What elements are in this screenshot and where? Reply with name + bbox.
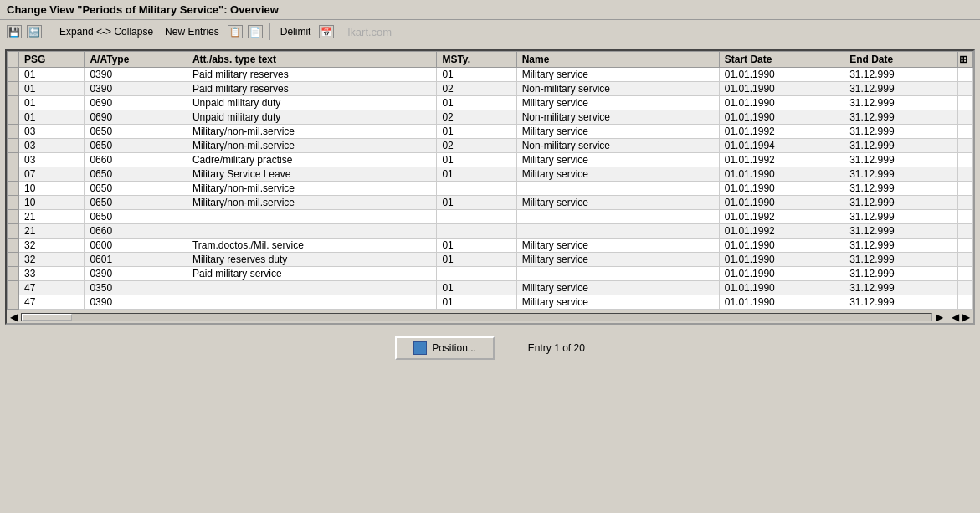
cell-name: Military service bbox=[516, 295, 719, 310]
cell-start: 01.01.1990 bbox=[719, 82, 844, 96]
cell-end: 31.12.999 bbox=[844, 96, 958, 110]
col-name: Name bbox=[516, 52, 719, 68]
cell-start: 01.01.1990 bbox=[719, 110, 844, 125]
row-selector[interactable] bbox=[8, 182, 19, 196]
row-selector[interactable] bbox=[8, 210, 19, 224]
cell-psg: 10 bbox=[19, 196, 85, 210]
cell-start: 01.01.1990 bbox=[719, 253, 844, 267]
cell-att-text: Military Service Leave bbox=[187, 167, 436, 182]
main-area: PSG A/AType Att./abs. type text MSTy. Na… bbox=[0, 44, 980, 372]
vscroll-left-icon[interactable]: ◀ bbox=[952, 311, 959, 323]
vscroll-right-icon[interactable]: ▶ bbox=[962, 311, 970, 323]
row-selector[interactable] bbox=[8, 139, 19, 153]
row-selector[interactable] bbox=[8, 167, 19, 182]
cell-end: 31.12.999 bbox=[844, 281, 958, 295]
cell-extra bbox=[958, 82, 973, 96]
back-icon[interactable]: 🔙 bbox=[27, 25, 42, 38]
row-selector[interactable] bbox=[8, 68, 19, 82]
table-row: 21065001.01.199231.12.999 bbox=[8, 210, 973, 224]
scroll-right-icon[interactable]: ▶ bbox=[936, 311, 943, 323]
hscroll[interactable]: ◀ ▶ ◀ ▶ bbox=[7, 310, 973, 323]
row-selector[interactable] bbox=[8, 82, 19, 96]
position-button[interactable]: Position... bbox=[395, 336, 495, 360]
new-entries-button[interactable]: New Entries bbox=[162, 25, 223, 38]
row-selector[interactable] bbox=[8, 96, 19, 110]
cell-msty: 01 bbox=[437, 295, 516, 310]
cell-start: 01.01.1990 bbox=[719, 167, 844, 182]
toolbar: 💾 🔙 Expand <-> Collapse New Entries 📋 📄 … bbox=[0, 20, 980, 44]
cell-extra bbox=[958, 125, 973, 139]
table-row: 47035001Military service01.01.199031.12.… bbox=[8, 281, 973, 295]
cell-name: Military service bbox=[516, 196, 719, 210]
table-row: 010390Paid military reserves01Military s… bbox=[8, 68, 973, 82]
row-selector[interactable] bbox=[8, 295, 19, 310]
row-selector[interactable] bbox=[8, 253, 19, 267]
title-bar: Change View "Periods of Military Service… bbox=[0, 0, 980, 20]
row-selector[interactable] bbox=[8, 281, 19, 295]
expand-collapse-button[interactable]: Expand <-> Collapse bbox=[56, 25, 156, 38]
row-selector[interactable] bbox=[8, 196, 19, 210]
cell-start: 01.01.1992 bbox=[719, 153, 844, 167]
cell-att-text: Cadre/military practise bbox=[187, 153, 436, 167]
cell-end: 31.12.999 bbox=[844, 82, 958, 96]
cell-att-text bbox=[187, 224, 436, 239]
cell-att-text: Military reserves duty bbox=[187, 253, 436, 267]
cell-aatype: 0650 bbox=[85, 196, 187, 210]
table-row: 100650Military/non-mil.service01Military… bbox=[8, 196, 973, 210]
cell-aatype: 0650 bbox=[85, 210, 187, 224]
cell-msty: 01 bbox=[437, 68, 516, 82]
cell-att-text bbox=[187, 281, 436, 295]
cell-start: 01.01.1990 bbox=[719, 96, 844, 110]
cell-psg: 07 bbox=[19, 167, 85, 182]
cell-extra bbox=[958, 281, 973, 295]
cell-msty: 02 bbox=[437, 82, 516, 96]
cell-start: 01.01.1990 bbox=[719, 182, 844, 196]
cell-extra bbox=[958, 253, 973, 267]
cell-extra bbox=[958, 239, 973, 253]
cell-psg: 21 bbox=[19, 210, 85, 224]
hscrollbar-thumb[interactable] bbox=[22, 314, 72, 321]
table-row: 010690Unpaid military duty01Military ser… bbox=[8, 96, 973, 110]
table-row: 030650Military/non-mil.service01Military… bbox=[8, 125, 973, 139]
cell-extra bbox=[958, 196, 973, 210]
paste-icon[interactable]: 📄 bbox=[248, 25, 263, 38]
toolbar-sep-2 bbox=[269, 23, 270, 40]
scroll-left-icon[interactable]: ◀ bbox=[10, 311, 18, 323]
calendar-icon[interactable]: 📅 bbox=[319, 25, 334, 38]
cell-psg: 01 bbox=[19, 82, 85, 96]
hscrollbar-track[interactable] bbox=[21, 313, 932, 321]
col-msty: MSTy. bbox=[437, 52, 516, 68]
save-icon[interactable]: 💾 bbox=[7, 25, 22, 38]
table-container: PSG A/AType Att./abs. type text MSTy. Na… bbox=[5, 49, 975, 325]
cell-start: 01.01.1990 bbox=[719, 196, 844, 210]
row-selector[interactable] bbox=[8, 224, 19, 239]
row-selector[interactable] bbox=[8, 153, 19, 167]
cell-end: 31.12.999 bbox=[844, 167, 958, 182]
table-scroll[interactable]: PSG A/AType Att./abs. type text MSTy. Na… bbox=[7, 51, 973, 310]
cell-name bbox=[516, 267, 719, 281]
cell-psg: 03 bbox=[19, 125, 85, 139]
delimit-button[interactable]: Delimit bbox=[277, 25, 315, 38]
copy-icon[interactable]: 📋 bbox=[228, 25, 243, 38]
row-selector[interactable] bbox=[8, 267, 19, 281]
cell-aatype: 0650 bbox=[85, 182, 187, 196]
cell-att-text: Military/non-mil.service bbox=[187, 182, 436, 196]
cell-extra bbox=[958, 110, 973, 125]
row-selector[interactable] bbox=[8, 125, 19, 139]
cell-msty: 01 bbox=[437, 253, 516, 267]
cell-msty: 01 bbox=[437, 96, 516, 110]
cell-extra bbox=[958, 96, 973, 110]
row-selector[interactable] bbox=[8, 110, 19, 125]
cell-msty: 01 bbox=[437, 167, 516, 182]
cell-psg: 01 bbox=[19, 96, 85, 110]
data-table: PSG A/AType Att./abs. type text MSTy. Na… bbox=[7, 51, 973, 310]
cell-aatype: 0350 bbox=[85, 281, 187, 295]
cell-name: Military service bbox=[516, 253, 719, 267]
cell-start: 01.01.1994 bbox=[719, 139, 844, 153]
cell-extra bbox=[958, 295, 973, 310]
col-settings[interactable]: ⊞ bbox=[958, 52, 973, 68]
cell-psg: 10 bbox=[19, 182, 85, 196]
cell-extra bbox=[958, 153, 973, 167]
row-selector[interactable] bbox=[8, 239, 19, 253]
cell-extra bbox=[958, 167, 973, 182]
